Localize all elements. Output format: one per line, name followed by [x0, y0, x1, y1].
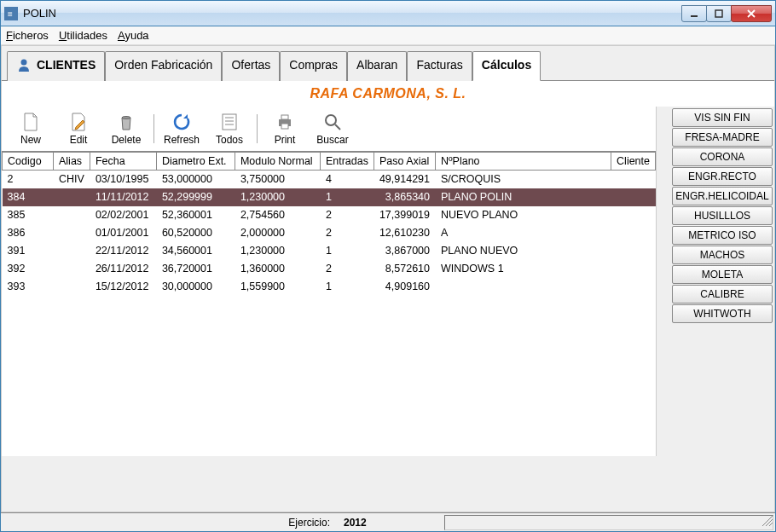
cell-modulo: 2,000000	[235, 224, 320, 242]
status-spacer	[444, 515, 773, 530]
cell-alias	[54, 224, 90, 242]
menu-ayuda[interactable]: Ayuda	[118, 29, 149, 42]
refresh-icon	[171, 112, 192, 132]
todos-button[interactable]: Todos	[206, 110, 253, 147]
tab-albaran[interactable]: Albaran	[347, 51, 407, 81]
cell-diam: 52,299999	[156, 188, 235, 206]
maximize-button[interactable]	[706, 5, 732, 22]
tab-label: Facturas	[416, 58, 462, 72]
company-title: RAFA CARMONA, S. L.	[2, 81, 774, 107]
col-diam[interactable]: Diametro Ext.	[156, 153, 235, 171]
cell-fecha: 26/11/2012	[90, 260, 156, 278]
rail-button[interactable]: WHITWOTH	[672, 304, 773, 323]
cell-plano	[436, 278, 611, 296]
cell-diam: 52,360001	[156, 206, 235, 224]
tab-calculos[interactable]: Cálculos	[472, 51, 541, 81]
cell-diam: 60,520000	[156, 224, 235, 242]
col-fecha[interactable]: Fecha	[90, 153, 156, 171]
main-column: New Edit Delete Refresh	[2, 107, 656, 456]
rail-button[interactable]: ENGR.HELICOIDAL	[672, 187, 773, 205]
rail-button[interactable]: ENGR.RECTO	[672, 167, 773, 186]
window-title: POLIN	[23, 7, 682, 20]
svg-point-13	[326, 115, 336, 125]
menu-utilidades[interactable]: Utilidades	[59, 29, 107, 42]
minimize-button[interactable]	[681, 5, 707, 22]
cell-modulo: 1,230000	[235, 188, 320, 206]
cell-paso: 12,610230	[374, 224, 435, 242]
new-button[interactable]: New	[7, 110, 55, 147]
menu-ficheros[interactable]: Ficheros	[6, 29, 49, 42]
trash-icon	[116, 112, 136, 132]
buscar-button[interactable]: Buscar	[309, 110, 356, 147]
tab-label: Cálculos	[482, 58, 531, 72]
cell-modulo: 1,360000	[235, 260, 320, 278]
cell-modulo: 1,230000	[235, 242, 320, 260]
cell-cliente	[611, 242, 656, 260]
tool-label: Todos	[216, 134, 243, 146]
svg-rect-6	[223, 114, 236, 130]
rail-button[interactable]: MACHOS	[672, 246, 773, 264]
rail-button[interactable]: MOLETA	[672, 265, 773, 284]
cell-paso: 8,572610	[374, 260, 435, 278]
print-button[interactable]: Print	[261, 110, 309, 147]
col-entradas[interactable]: Entradas	[320, 153, 374, 171]
cell-cliente	[611, 224, 656, 242]
cell-alias	[54, 188, 90, 206]
cell-codigo: 392	[3, 260, 54, 278]
cell-fecha: 22/11/2012	[90, 242, 156, 260]
rail-button[interactable]: HUSILLLOS	[672, 206, 773, 225]
close-button[interactable]	[731, 5, 772, 22]
table-row[interactable]: 2CHIV03/10/199553,0000003,750000449,9142…	[3, 171, 656, 188]
tool-label: Buscar	[316, 134, 348, 146]
delete-button[interactable]: Delete	[102, 110, 150, 147]
cell-alias	[54, 206, 90, 224]
cell-entradas: 1	[320, 278, 374, 296]
resize-grip-icon[interactable]	[762, 515, 773, 529]
col-alias[interactable]: Alias	[54, 153, 90, 171]
print-icon	[275, 112, 295, 132]
cell-entradas: 2	[320, 206, 374, 224]
edit-button[interactable]: Edit	[55, 110, 102, 147]
rail-button[interactable]: METRICO ISO	[672, 226, 773, 245]
statusbar: Ejercicio: 2012	[1, 512, 775, 531]
table-row[interactable]: 39122/11/201234,5600011,23000013,867000P…	[3, 242, 656, 260]
table-row[interactable]: 39226/11/201236,7200011,36000028,572610W…	[3, 260, 656, 278]
data-grid[interactable]: Codigo Alias Fecha Diametro Ext. Modulo …	[2, 152, 656, 296]
tab-compras[interactable]: Compras	[280, 51, 347, 81]
tab-ofertas[interactable]: Ofertas	[222, 51, 280, 81]
vertical-scrollbar[interactable]	[656, 107, 670, 456]
cell-modulo: 2,754560	[235, 206, 320, 224]
table-row[interactable]: 38411/11/201252,2999991,23000013,865340P…	[3, 188, 656, 206]
col-plano[interactable]: NºPlano	[436, 153, 611, 171]
rail-button[interactable]: FRESA-MADRE	[672, 128, 773, 147]
col-cliente[interactable]: Cliente	[611, 153, 656, 171]
tab-orden-fabricacion[interactable]: Orden Fabricación	[105, 51, 222, 81]
tool-label: Print	[275, 134, 296, 146]
rail-button[interactable]: CALIBRE	[672, 285, 773, 304]
tab-facturas[interactable]: Facturas	[407, 51, 472, 81]
rail-button[interactable]: CORONA	[672, 147, 773, 166]
cell-plano: PLANO NUEVO	[436, 242, 611, 260]
person-icon	[16, 57, 32, 72]
cell-codigo: 393	[3, 278, 54, 296]
table-row[interactable]: 38601/01/200160,5200002,000000212,610230…	[3, 224, 656, 242]
col-paso[interactable]: Paso Axial	[374, 153, 435, 171]
status-label: Ejercicio:	[173, 515, 335, 530]
table-row[interactable]: 38502/02/200152,3600012,754560217,399019…	[3, 206, 656, 224]
col-codigo[interactable]: Codigo	[3, 153, 54, 171]
cell-alias: CHIV	[54, 171, 90, 188]
tab-clientes[interactable]: CLIENTES	[7, 51, 105, 81]
search-icon	[322, 112, 343, 132]
table-row[interactable]: 39315/12/201230,0000001,55990014,909160	[3, 278, 656, 296]
app-icon: ≡	[4, 7, 18, 20]
cell-diam: 34,560001	[156, 242, 235, 260]
cell-paso: 49,914291	[374, 171, 435, 188]
col-modulo[interactable]: Modulo Normal	[235, 153, 320, 171]
main-grid-area: New Edit Delete Refresh	[2, 107, 774, 456]
cell-modulo: 3,750000	[235, 171, 320, 188]
toolbar: New Edit Delete Refresh	[2, 107, 656, 152]
grid-header: Codigo Alias Fecha Diametro Ext. Modulo …	[3, 153, 656, 171]
rail-button[interactable]: VIS SIN FIN	[672, 108, 773, 127]
refresh-button[interactable]: Refresh	[158, 110, 206, 147]
category-rail: VIS SIN FINFRESA-MADRECORONAENGR.RECTOEN…	[670, 107, 774, 456]
